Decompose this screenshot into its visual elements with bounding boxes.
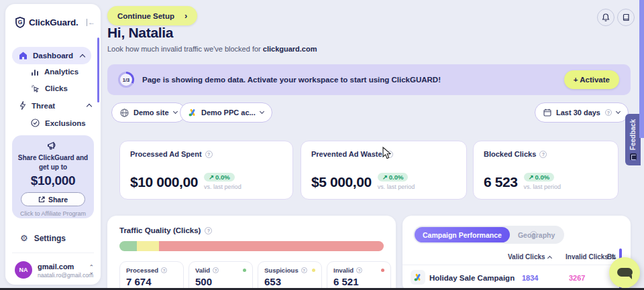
sidebar-scrollbar[interactable]: [97, 38, 99, 102]
trend-badge: 0.0%: [378, 173, 409, 182]
docs-button[interactable]: [617, 9, 635, 26]
continue-setup-label: Continue Setup: [117, 12, 174, 20]
banner-message: Page is showing demo data. Activate your…: [142, 64, 441, 95]
sidebar-item-dashboard[interactable]: Dashboard: [12, 47, 91, 64]
stat-value: $10 000,00: [130, 174, 198, 190]
trend-up-icon: [382, 173, 389, 181]
traffic-quality-bar: [119, 241, 384, 251]
notifications-button[interactable]: [597, 9, 614, 26]
setup-progress-ring: 1/3: [118, 72, 134, 88]
panel-tabs: Campaign Performance Geography: [413, 226, 564, 244]
date-range-dropdown[interactable]: Last 30 days: [535, 102, 629, 123]
stat-card-blocked-clicks: Blocked Clicks 6 523 0.0% vs. last perio…: [473, 141, 619, 200]
bar-segment-suspicious: [137, 241, 159, 251]
bell-icon: [602, 13, 610, 22]
help-icon[interactable]: [539, 151, 547, 158]
ppc-account-filter-value: Demo PPC ac...: [201, 108, 256, 117]
help-icon[interactable]: [205, 151, 213, 158]
sidebar-item-label: Dashboard: [33, 52, 73, 60]
click-icon: [31, 84, 40, 92]
help-icon[interactable]: [205, 227, 212, 234]
clickguard-dashboard: G ClickGuard. ← Dashboard Analytics Clic…: [0, 0, 644, 290]
chevron-right-icon: ›: [184, 11, 187, 21]
divider: [12, 252, 94, 253]
sidebar-item-analytics[interactable]: Analytics: [31, 68, 78, 76]
feedback-tab[interactable]: Feedback: [625, 114, 641, 165]
help-icon[interactable]: [530, 231, 537, 238]
share-button[interactable]: Share: [21, 192, 85, 206]
shield-logo-icon: G: [15, 17, 25, 28]
trend-badge: 0.0%: [524, 173, 555, 182]
sidebar-item-threat[interactable]: Threat: [19, 101, 91, 110]
trend-up-icon: [209, 173, 215, 181]
user-email: naatali.ro@gmail.com: [38, 272, 93, 279]
stat-value: $5 000,00: [311, 174, 372, 190]
column-header-blocked-clicks[interactable]: Bl: [607, 253, 614, 261]
continue-setup-button[interactable]: Continue Setup ›: [107, 6, 197, 25]
help-icon[interactable]: [301, 267, 307, 273]
bar-segment-invalid: [159, 241, 384, 251]
feedback-logo-icon: [630, 153, 637, 160]
page-title: Hi, Natalia: [107, 25, 173, 41]
sidebar-item-exclusions[interactable]: Exclusions: [31, 119, 86, 127]
affiliate-promo-card[interactable]: Share ClickGuard and get up to $10,000 S…: [12, 135, 94, 218]
mini-stat-value: 500: [195, 276, 246, 287]
stat-value: 6 523: [484, 174, 518, 190]
campaign-valid-clicks[interactable]: 1834: [522, 274, 538, 282]
mini-stat-value: 7 674: [126, 276, 177, 287]
site-filter-dropdown[interactable]: Demo site: [111, 102, 186, 123]
external-link-icon: [38, 196, 45, 203]
trend-badge: 0.0%: [204, 173, 235, 182]
chevron-down-icon: [173, 109, 178, 114]
mini-stat-suspicious: Suspicious 653 +0.00%: [258, 261, 322, 290]
stat-title: Blocked Clicks: [484, 150, 536, 158]
page-subtitle: Look how much invalid traffic we've bloc…: [107, 45, 317, 53]
lightning-icon: [19, 101, 26, 110]
stat-caption: vs. last period: [204, 184, 241, 190]
status-dot: [381, 269, 384, 272]
calendar-icon: [543, 108, 551, 117]
sidebar-item-settings[interactable]: ⚙ Settings: [20, 233, 66, 243]
chevron-down-icon: [616, 109, 621, 114]
chevron-down-icon: [260, 109, 264, 114]
campaign-row-name[interactable]: Holiday Sale Campaign: [429, 274, 515, 282]
sidebar-item-label: Analytics: [44, 68, 78, 76]
activate-button[interactable]: + Activate: [564, 70, 619, 89]
promo-text: Share ClickGuard and get up to: [12, 153, 94, 171]
demo-data-banner: 1/3 Page is showing demo data. Activate …: [107, 64, 631, 95]
divider: [402, 265, 620, 265]
stat-title: Prevented Ad Waste: [311, 150, 382, 158]
ppc-account-filter-dropdown[interactable]: Demo PPC ac...: [180, 102, 272, 123]
stat-title: Processed Ad Spent: [130, 150, 202, 158]
mini-stat-invalid: Invalid 6 521 +0.00%: [327, 261, 391, 290]
site-filter-value: Demo site: [133, 108, 169, 117]
logo[interactable]: G ClickGuard.: [15, 17, 78, 28]
account-switcher-icon[interactable]: ⌃⌄: [89, 265, 94, 275]
collapse-sidebar-icon[interactable]: ←: [87, 19, 95, 26]
check-circle-icon: [31, 119, 40, 127]
status-dot: [312, 269, 315, 272]
column-header-valid-clicks[interactable]: Valid Clicks: [508, 253, 551, 261]
mouse-cursor: [382, 147, 391, 159]
promo-amount: $10,000: [12, 173, 94, 188]
chat-widget-button[interactable]: [609, 257, 640, 288]
stat-card-processed-ad-spent: Processed Ad Spent $10 000,00 0.0% vs. l…: [119, 141, 293, 200]
setup-progress-step: 1/3: [120, 74, 132, 86]
mini-stat-value: 6 521: [333, 276, 384, 287]
stat-caption: vs. last period: [524, 184, 561, 190]
traffic-quality-title: Traffic Quality (Clicks): [119, 226, 201, 234]
sidebar-item-clicks[interactable]: Clicks: [31, 84, 68, 92]
help-icon[interactable]: [213, 267, 219, 273]
page-scrollbar[interactable]: [639, 0, 644, 138]
campaign-invalid-clicks[interactable]: 3267: [569, 274, 585, 282]
tab-campaign-performance[interactable]: Campaign Performance: [415, 227, 510, 242]
avatar[interactable]: NA: [15, 261, 32, 279]
share-button-label: Share: [48, 196, 68, 204]
help-icon[interactable]: [161, 267, 167, 273]
google-ads-icon: [411, 270, 425, 285]
sidebar-item-label: Clicks: [45, 84, 68, 92]
chevron-up-icon: [87, 104, 92, 109]
feedback-label: Feedback: [629, 119, 637, 150]
affiliate-link-label[interactable]: Click to Affiliate Program: [12, 210, 94, 217]
help-icon[interactable]: [356, 267, 362, 273]
